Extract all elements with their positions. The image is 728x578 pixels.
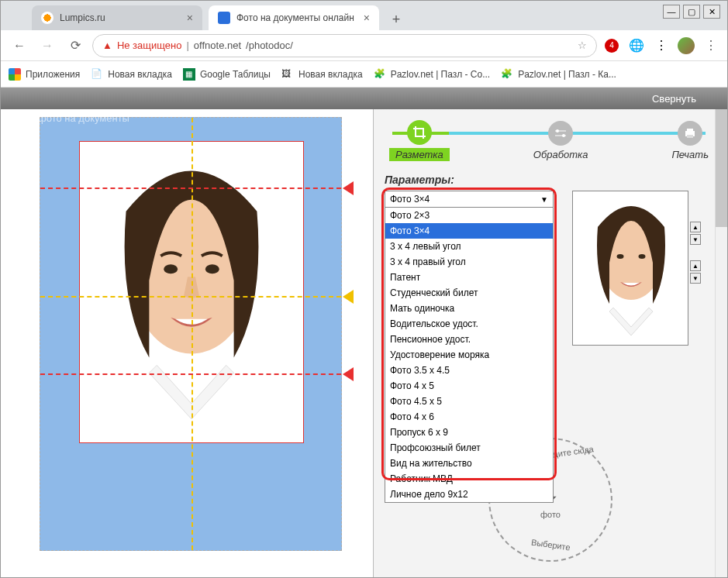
format-option[interactable]: Студенческий билет [385,285,553,301]
bookmark-pazlov1[interactable]: 🧩Pazlov.net | Пазл - Со... [374,68,490,81]
format-dropdown-wrap: Фото 3×4 ▼ Фото 2×3Фото 3×43 x 4 левый у… [385,191,554,346]
chevron-down-icon: ▼ [540,195,548,204]
format-option[interactable]: Мать одиночка [385,301,553,316]
format-option[interactable]: Профсоюзный билет [385,440,553,456]
browser-tabs-bar: Lumpics.ru × Фото на документы онлайн × … [1,1,727,30]
tab-close-icon[interactable]: × [187,12,193,24]
globe-extension-icon[interactable]: 🌐 [628,37,645,54]
sliders-icon [548,121,573,146]
extension-badge-icon[interactable]: 4 [603,37,620,54]
format-option[interactable]: Фото 4 x 5 [385,378,553,394]
photo-canvas[interactable] [40,117,342,551]
wizard-steps: Разметка Обработка Печать [385,120,713,166]
window-minimize-button[interactable]: — [663,5,680,19]
crop-icon [407,120,432,145]
format-option[interactable]: Фото 3×4 [385,223,553,239]
format-dropdown-list: Фото 2×3Фото 3×43 x 4 левый угол3 x 4 пр… [385,208,554,503]
url-separator: | [186,40,188,51]
photo-editor-pane [1,109,373,577]
forward-button[interactable]: → [36,35,58,57]
format-option[interactable]: Удостоверение моряка [385,347,553,363]
vertical-guide[interactable] [191,118,193,550]
puzzle-icon: 🧩 [374,68,386,81]
eye-guide-line[interactable] [40,296,341,298]
tab-lumpics[interactable]: Lumpics.ru × [32,5,202,30]
watermark-text: фото на документы [38,112,129,124]
reload-button[interactable]: ⟳ [64,35,86,57]
guide-marker-icon[interactable] [343,367,354,381]
printer-icon [678,121,702,146]
step-processing[interactable]: Обработка [533,121,588,160]
url-host: offnote.net [194,40,241,51]
back-button[interactable]: ← [9,35,30,57]
window-close-button[interactable]: ✕ [703,5,720,19]
warning-icon: ▲ [102,40,112,51]
step-markup[interactable]: Разметка [389,120,450,161]
photo-preview-thumbnail [572,191,688,346]
format-option[interactable]: 3 x 4 левый угол [385,239,553,254]
svg-rect-8 [687,135,693,138]
bookmark-apps[interactable]: Приложения [9,68,80,81]
format-option[interactable]: Пропуск 6 x 9 [385,425,553,440]
bookmark-sheets[interactable]: ▦Google Таблицы [183,68,271,81]
collapse-bar: Свернуть [1,88,727,109]
chin-guide-line[interactable] [40,373,341,375]
guide-marker-icon[interactable] [343,290,354,304]
svg-point-12 [639,254,646,259]
parameters-title: Параметры: [385,174,713,186]
apps-grid-icon [9,68,21,81]
image-icon: 🖼 [281,68,294,81]
security-warning-label: Не защищено [117,40,182,51]
format-option[interactable]: Патент [385,270,553,285]
url-input[interactable]: ▲ Не защищено | offnote.net/photodoc/ ☆ [92,34,597,57]
url-path: /photodoc/ [246,40,293,51]
window-maximize-button[interactable]: ▢ [683,5,700,19]
format-dropdown[interactable]: Фото 3×4 ▼ [385,191,554,208]
collapse-button[interactable]: Свернуть [652,93,696,105]
address-bar: ← → ⟳ ▲ Не защищено | offnote.net/photod… [1,30,727,61]
svg-point-2 [164,264,178,274]
format-option[interactable]: Фото 4 x 6 [385,409,553,425]
stepper-up-button[interactable]: ▲ [690,222,701,232]
format-option[interactable]: Пенсионное удост. [385,332,553,347]
format-option[interactable]: Фото 4.5 x 5 [385,394,553,409]
controls-pane: Разметка Обработка Печать Параметры: [373,109,727,577]
dropdown-selected-label: Фото 3×4 [390,194,430,205]
tab-title: Lumpics.ru [60,12,105,23]
new-tab-button[interactable]: + [385,9,407,30]
menu-dots-icon[interactable]: ⋮ [653,37,670,54]
stepper-down-button[interactable]: ▼ [690,234,701,245]
format-option[interactable]: Вид на жительство [385,456,553,471]
format-option[interactable]: Фото 3.5 x 4.5 [385,363,553,378]
svg-point-11 [617,254,624,259]
favicon-icon [218,12,230,24]
page-scrollbar[interactable] [715,88,727,577]
bookmark-pazlov2[interactable]: 🧩Pazlov.net | Пазл - Ка... [501,68,616,81]
profile-avatar[interactable] [678,37,695,54]
zoom-stepper: ▲ ▼ [690,222,701,245]
bookmark-star-icon[interactable]: ☆ [578,40,587,51]
format-option[interactable]: 3 x 4 правый угол [385,254,553,270]
stepper-up-button[interactable]: ▲ [690,260,701,271]
bookmark-newtab1[interactable]: 📄Новая вкладка [91,68,172,81]
top-guide-line[interactable] [40,188,341,189]
tab-photodoc[interactable]: Фото на документы онлайн × [209,5,379,30]
page-icon: 📄 [91,68,103,81]
dropzone-select-text: Выберите [530,538,571,552]
bookmarks-bar: Приложения 📄Новая вкладка ▦Google Таблиц… [1,61,727,88]
parameters-section: Параметры: Фото 3×4 ▼ Фото 2×3Фото 3×43 … [385,174,713,346]
format-option[interactable]: Работник МВД [385,471,553,487]
format-option[interactable]: Водительское удост. [385,316,553,332]
bookmark-newtab2[interactable]: 🖼Новая вкладка [281,68,363,81]
svg-point-3 [205,264,219,274]
format-option[interactable]: Личное дело 9x12 [385,487,553,502]
browser-menu-button[interactable]: ⋮ [702,37,719,54]
guide-marker-icon[interactable] [343,181,354,195]
step-print[interactable]: Печать [671,121,709,160]
stepper-down-button[interactable]: ▼ [690,273,701,284]
zoom-stepper: ▲ ▼ [690,260,701,284]
tab-close-icon[interactable]: × [364,12,370,24]
tab-title: Фото на документы онлайн [236,12,354,23]
puzzle-icon: 🧩 [501,68,513,81]
format-option[interactable]: Фото 2×3 [385,208,553,223]
